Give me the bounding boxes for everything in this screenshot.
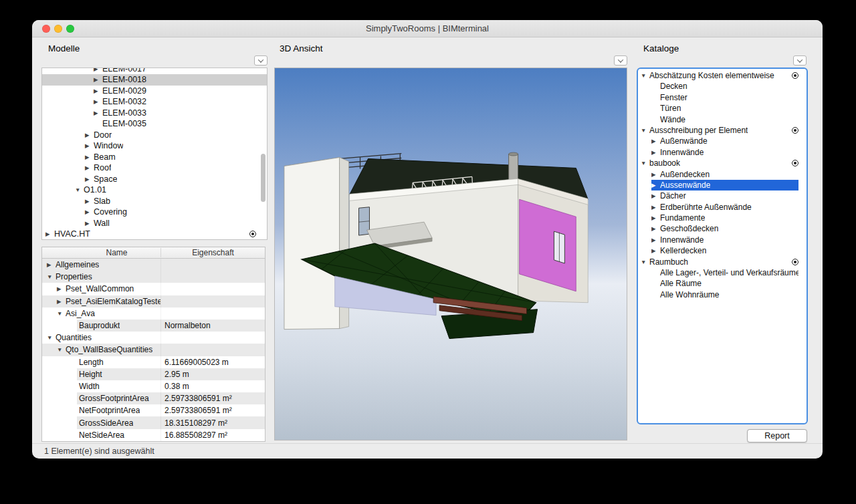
model-tree-item[interactable]: ▶ Slab bbox=[42, 196, 267, 207]
property-row[interactable]: ▼ Properties bbox=[42, 271, 265, 283]
property-row[interactable]: ▼ Quantities bbox=[42, 332, 265, 344]
model-tree-item[interactable]: ▶ Wall bbox=[42, 218, 267, 229]
catalog-tree-item[interactable]: ▶ Außendecken bbox=[638, 169, 807, 180]
model-tree-item[interactable]: ▶ HVAC.HT bbox=[42, 229, 267, 240]
model-tree-item[interactable]: ▶ Covering bbox=[42, 207, 267, 218]
property-row[interactable]: Height 2.95 m bbox=[42, 368, 265, 380]
model-tree-item[interactable]: ▶ Door bbox=[42, 130, 267, 141]
tree-arrow-icon[interactable]: ▶ bbox=[85, 152, 94, 163]
catalog-tree-item[interactable]: ▶ Aussenwände bbox=[638, 180, 807, 191]
catalog-tree-item[interactable]: ▶ Innenwände bbox=[638, 147, 807, 158]
catalog-tree-item[interactable]: ▶ Innenwände bbox=[638, 235, 807, 245]
tree-arrow-icon[interactable]: ▶ bbox=[651, 191, 660, 201]
catalog-tree-item[interactable]: ▶ Außenwände bbox=[638, 136, 807, 146]
property-row[interactable]: ▼ Asi_Ava bbox=[42, 307, 265, 320]
tree-arrow-icon[interactable]: ▼ bbox=[641, 158, 649, 168]
catalog-tree-item[interactable]: Alle Wohnräume bbox=[638, 289, 807, 300]
model-tree-item[interactable]: ▼ O1.01 bbox=[42, 184, 267, 196]
property-row[interactable]: GrossFootprintArea 2.59733806591 m² bbox=[42, 392, 265, 404]
tree-arrow-icon[interactable]: ▶ bbox=[85, 207, 94, 218]
catalog-tree-item[interactable]: Alle Lager-, Verteil- und Verkaufsräume bbox=[638, 267, 807, 278]
property-row[interactable]: Bauprodukt Normalbeton bbox=[42, 320, 265, 332]
catalog-radio-icon[interactable] bbox=[792, 259, 798, 265]
property-row[interactable]: Width 0.38 m bbox=[42, 380, 265, 392]
model-radio-icon[interactable] bbox=[249, 231, 256, 237]
tree-arrow-icon[interactable]: ▶ bbox=[57, 285, 66, 292]
tree-arrow-icon[interactable]: ▶ bbox=[85, 174, 94, 185]
property-row[interactable]: NetSideArea 16.885508297 m² bbox=[42, 429, 265, 441]
tree-arrow-icon[interactable]: ▶ bbox=[47, 261, 56, 268]
tree-arrow-icon[interactable]: ▶ bbox=[85, 218, 94, 229]
tree-arrow-icon[interactable]: ▶ bbox=[94, 86, 102, 97]
tree-arrow-icon[interactable]: ▶ bbox=[85, 140, 94, 152]
tree-arrow-icon[interactable]: ▶ bbox=[651, 235, 660, 245]
window-titlebar[interactable]: SimplyTwoRooms | BIMterminal bbox=[32, 20, 823, 37]
property-row[interactable]: Length 6.11669005023 m bbox=[42, 356, 265, 368]
tree-arrow-icon[interactable]: ▼ bbox=[641, 70, 649, 81]
catalog-tree-item[interactable]: ▶ Fundamente bbox=[638, 213, 807, 223]
model-tree-item[interactable]: ▶ Roof bbox=[42, 162, 267, 174]
tree-arrow-icon[interactable]: ▼ bbox=[57, 310, 66, 317]
model-tree-item[interactable]: ▶ ELEM-0029 bbox=[42, 86, 267, 97]
model-tree-item[interactable]: ▶ ELEM-0033 bbox=[42, 108, 267, 119]
catalog-tree-item[interactable]: ▶ Kellerdecken bbox=[638, 245, 807, 256]
tree-arrow-icon[interactable]: ▶ bbox=[85, 130, 94, 141]
catalog-tree-item[interactable]: Türen bbox=[638, 103, 807, 114]
tree-arrow-icon[interactable]: ▶ bbox=[651, 169, 660, 180]
model-tree-item[interactable]: ▶ Beam bbox=[42, 152, 267, 163]
model-tree-item[interactable]: ▶ Window bbox=[42, 140, 267, 152]
tree-arrow-icon[interactable]: ▶ bbox=[85, 196, 94, 207]
model-tree-item[interactable]: ▶ ELEM-0018 bbox=[42, 74, 267, 86]
tree-arrow-icon[interactable]: ▶ bbox=[85, 162, 94, 174]
tree-arrow-icon[interactable]: ▶ bbox=[651, 202, 660, 213]
model-tree-item[interactable]: ▶ Space bbox=[42, 174, 267, 185]
model-tree-item[interactable]: ▶ ELEM-0032 bbox=[42, 96, 267, 108]
catalog-tree-item[interactable]: ▼ baubook bbox=[638, 158, 807, 168]
view3d-menu-button[interactable] bbox=[614, 55, 627, 66]
tree-arrow-icon[interactable]: ▼ bbox=[57, 346, 66, 353]
tree-arrow-icon[interactable]: ▼ bbox=[47, 273, 56, 280]
catalog-tree-item[interactable]: Fenster bbox=[638, 92, 807, 103]
tree-arrow-icon[interactable]: ▶ bbox=[57, 298, 66, 305]
properties-col-value[interactable]: Eigenschaft bbox=[161, 248, 265, 257]
model-tree-item[interactable]: ELEM-0035 bbox=[42, 118, 267, 130]
tree-arrow-icon[interactable]: ▶ bbox=[651, 147, 660, 158]
property-row[interactable]: ▼ Qto_WallBaseQuantities bbox=[42, 344, 265, 356]
report-button[interactable]: Report bbox=[747, 429, 807, 443]
catalog-tree-item[interactable]: Wände bbox=[638, 114, 807, 125]
catalog-tree-item[interactable]: ▶ Erdberührte Außenwände bbox=[638, 202, 807, 213]
tree-arrow-icon[interactable]: ▼ bbox=[641, 257, 649, 267]
property-row[interactable]: NetFootprintArea 2.59733806591 m² bbox=[42, 404, 265, 416]
tree-arrow-icon[interactable]: ▼ bbox=[75, 184, 84, 196]
tree-arrow-icon[interactable]: ▶ bbox=[94, 68, 102, 74]
property-row[interactable]: ▶ Pset_WallCommon bbox=[42, 283, 265, 295]
catalog-tree-item[interactable]: Decken bbox=[638, 81, 807, 92]
properties-col-name[interactable]: Name bbox=[42, 248, 161, 257]
catalog-tree-item[interactable]: ▶ Geschoßdecken bbox=[638, 223, 807, 234]
models-menu-button[interactable] bbox=[254, 55, 268, 66]
tree-arrow-icon[interactable]: ▼ bbox=[47, 334, 56, 341]
property-row[interactable]: ▶ Pset_AsiElemKatalogTester bbox=[42, 295, 265, 307]
tree-arrow-icon[interactable]: ▶ bbox=[651, 245, 660, 256]
model-tree-scrollbar-thumb[interactable] bbox=[261, 154, 265, 202]
tree-arrow-icon[interactable]: ▶ bbox=[651, 223, 660, 234]
tree-arrow-icon[interactable]: ▼ bbox=[641, 125, 649, 136]
catalog-tree-item[interactable]: ▶ Dächer bbox=[638, 191, 807, 201]
3d-viewport[interactable] bbox=[274, 68, 627, 440]
tree-arrow-icon[interactable]: ▶ bbox=[94, 96, 102, 108]
tree-arrow-icon[interactable]: ▶ bbox=[45, 229, 54, 240]
catalog-tree-item[interactable]: ▼ Raumbuch bbox=[638, 257, 807, 267]
catalog-tree-item[interactable]: Alle Räume bbox=[638, 278, 807, 289]
property-row[interactable]: GrossSideArea 18.315108297 m² bbox=[42, 416, 265, 428]
catalogs-menu-button[interactable] bbox=[793, 55, 807, 66]
catalog-tree-item[interactable]: ▼ Abschätzung Kosten elementweise bbox=[638, 70, 807, 81]
catalog-tree-item[interactable]: ▼ Ausschreibung per Element bbox=[638, 125, 807, 136]
model-tree-item[interactable]: ▶ ELEM-0017 bbox=[42, 68, 267, 74]
3d-scene[interactable] bbox=[275, 68, 627, 440]
tree-arrow-icon[interactable]: ▶ bbox=[94, 74, 102, 86]
property-row[interactable]: ▶ Allgemeines bbox=[42, 259, 265, 271]
tree-arrow-icon[interactable]: ▶ bbox=[651, 180, 660, 191]
tree-arrow-icon[interactable]: ▶ bbox=[651, 136, 660, 146]
tree-arrow-icon[interactable]: ▶ bbox=[651, 213, 660, 223]
tree-arrow-icon[interactable]: ▶ bbox=[94, 108, 102, 119]
